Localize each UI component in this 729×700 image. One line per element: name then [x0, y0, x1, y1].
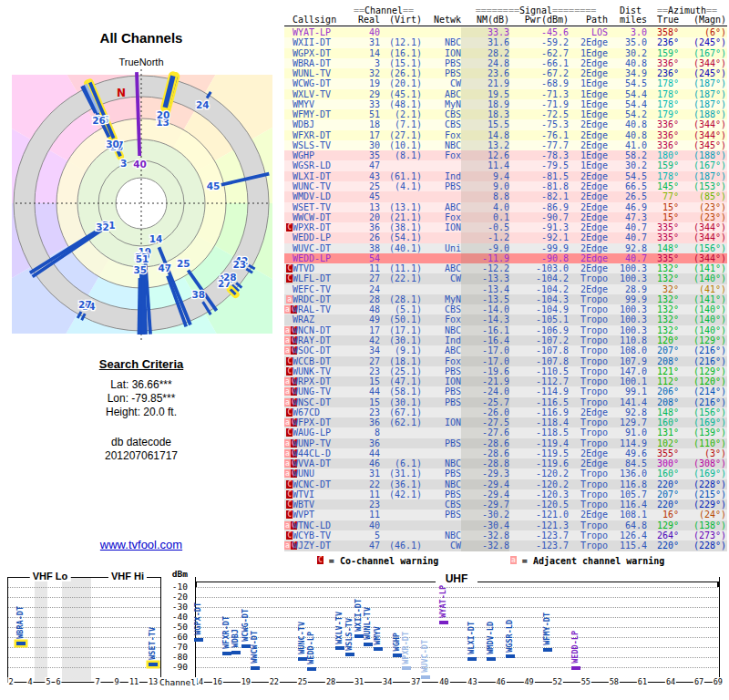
real-channel-cell: 33	[344, 99, 380, 109]
nm-db-cell: 0.1	[461, 212, 509, 222]
power-dbm-cell: -81.5	[509, 171, 569, 181]
channel-tick-label: 49	[523, 677, 534, 686]
station-marker	[194, 638, 203, 642]
magnetic-azimuth-cell: (245°)	[679, 68, 726, 78]
warning-markers	[284, 171, 293, 181]
warning-markers	[284, 130, 293, 140]
true-azimuth-cell: 77°	[647, 191, 679, 201]
nm-db-cell: 21.9	[461, 78, 509, 88]
distance-cell: 84.5	[608, 458, 647, 468]
distance-cell: 99.1	[608, 386, 647, 396]
distance-cell: 40.7	[608, 222, 647, 232]
callsign-cell: WUNP-TV	[293, 438, 344, 448]
magnetic-azimuth-cell: (140°)	[679, 304, 726, 314]
distance-cell: 54.5	[608, 171, 647, 181]
station-label: WGPX-DT	[193, 602, 202, 635]
network-cell	[422, 232, 461, 242]
network-cell: Fox	[422, 130, 461, 140]
warning-markers	[284, 150, 293, 160]
station-marker	[571, 666, 580, 670]
col-header-miles: miles	[608, 15, 647, 25]
callsign-cell: WFXR-DT	[293, 130, 344, 140]
co-channel-icon: C	[286, 223, 293, 232]
real-channel-cell: 8	[344, 427, 380, 438]
radar-channel-label: 45	[207, 180, 221, 191]
warning-markers	[284, 284, 293, 294]
distance-cell: 116.4	[608, 499, 647, 510]
distance-cell: 100.3	[608, 263, 647, 273]
channel-tick-label: 11	[128, 677, 139, 686]
co-channel-icon: C	[286, 500, 293, 509]
table-row: WCWG-DT19(20.1)CW21.9-68.91Edge54.5178°(…	[284, 78, 727, 88]
nm-db-cell: -32.8	[461, 540, 509, 551]
real-channel-cell: 25	[344, 181, 380, 191]
tvfool-link[interactable]: www.tvfool.com	[100, 538, 182, 551]
path-cell: 1Edge	[569, 150, 608, 160]
virtual-channel-cell: (20.1)	[380, 78, 422, 88]
co-channel-icon: C	[286, 510, 293, 519]
callsign-cell: WMYV	[293, 99, 344, 109]
real-channel-cell: 40	[344, 520, 380, 530]
power-dbm-cell: -116.5	[509, 397, 569, 407]
virtual-channel-cell: (36.1)	[380, 479, 422, 489]
power-dbm-cell: -62.7	[509, 48, 569, 58]
path-cell: 2Edge	[569, 232, 608, 242]
channel-tick-label: 52	[552, 677, 563, 686]
nm-db-cell: -29.7	[461, 499, 509, 510]
magnetic-azimuth-cell: (216°)	[679, 345, 726, 355]
virtual-channel-cell: (28.1)	[380, 294, 422, 304]
nm-db-cell: -28.6	[461, 448, 509, 458]
distance-cell: 54.4	[608, 99, 647, 109]
magnetic-azimuth-cell: (308°)	[679, 458, 726, 468]
virtual-channel-cell: (4.1)	[380, 181, 422, 191]
warning-markers	[284, 109, 293, 119]
warning-markers: a	[284, 294, 293, 304]
channel-tick-label: 5	[45, 677, 51, 686]
network-cell: PBS	[422, 181, 461, 191]
adjacent-channel-icon: a	[284, 377, 291, 386]
nm-db-cell: -11.9	[461, 253, 509, 263]
distance-cell: 58.2	[608, 150, 647, 160]
network-cell: PBS	[422, 366, 461, 376]
network-cell	[422, 448, 461, 458]
station-label: WFMY-DT	[542, 612, 551, 645]
path-cell: 1Edge	[569, 48, 608, 58]
distance-cell: 100.3	[608, 273, 647, 283]
table-header-rule	[284, 26, 727, 26]
virtual-channel-cell: (15.1)	[380, 58, 422, 68]
co-channel-icon: C	[286, 408, 293, 417]
adjacent-channel-icon: a	[284, 521, 291, 530]
col-header-magn: (Magn)	[679, 15, 726, 25]
network-cell: ABC	[422, 263, 461, 273]
callsign-cell: WDBJ	[293, 119, 344, 129]
magnetic-azimuth-cell: (344°)	[679, 253, 726, 263]
distance-cell: 129.7	[608, 417, 647, 427]
table-row: CWLFL-DT27(22.1)CW-13.3-104.2Tropo100.31…	[284, 273, 727, 283]
warning-markers: aC	[284, 376, 293, 386]
power-dbm-cell: -120.3	[509, 489, 569, 499]
path-cell: 2Edge	[569, 68, 608, 78]
co-channel-legend-text: = Co-channel warning	[329, 556, 438, 566]
power-dbm-cell: -90.8	[509, 253, 569, 263]
warning-markers: C	[284, 263, 293, 273]
callsign-cell: WUNL-TV	[293, 68, 344, 78]
distance-cell: 116.8	[608, 479, 647, 489]
true-azimuth-cell: 336°	[647, 58, 679, 68]
network-cell: CBS	[422, 119, 461, 129]
power-dbm-cell: -75.3	[509, 119, 569, 129]
radar-channel-label: 3	[120, 158, 127, 169]
true-azimuth-cell: 15°	[647, 212, 679, 222]
station-label: WFXR-DT	[221, 616, 231, 649]
network-cell: NBC	[422, 37, 461, 47]
longitude-value: Lon: -79.85***	[0, 392, 282, 406]
true-azimuth-cell: 112°	[647, 376, 679, 386]
channel-axis-label: Channel	[159, 677, 197, 687]
network-cell: Fox	[422, 212, 461, 222]
table-row: WGSR-LD4711.4-79.51Edge30.2159°(167°)	[284, 160, 727, 170]
warning-markers: aC	[284, 417, 293, 427]
virtual-channel-cell	[380, 448, 422, 458]
real-channel-cell: 15	[344, 397, 380, 407]
real-channel-cell: 36	[344, 438, 380, 448]
uhf-bracket-tick	[717, 582, 719, 587]
channel-tick-label: 25	[297, 677, 308, 686]
